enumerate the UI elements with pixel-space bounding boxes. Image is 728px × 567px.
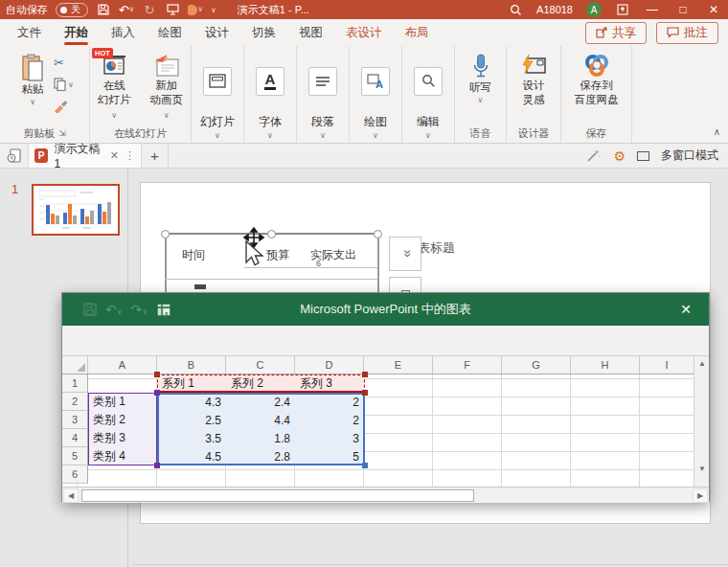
edit-in-excel-icon[interactable]: x bbox=[156, 303, 171, 317]
editing-dropdown[interactable]: 编辑 bbox=[417, 114, 440, 130]
new-animation-page-button[interactable]: 新加 动画页 ∨ bbox=[143, 52, 192, 124]
tab-insert[interactable]: 插入 bbox=[100, 19, 147, 46]
row-headers[interactable]: 1 2 3 4 5 6 bbox=[62, 374, 88, 484]
column-header[interactable]: I bbox=[640, 356, 694, 374]
scroll-right-icon[interactable]: ▶ bbox=[693, 488, 708, 503]
cell-D4[interactable]: 3 bbox=[295, 429, 364, 447]
cell-B1[interactable]: 系列 1 bbox=[157, 374, 226, 393]
cell-C4[interactable]: 1.8 bbox=[226, 429, 295, 447]
slide-thumbnail[interactable] bbox=[32, 184, 120, 236]
drawing-dropdown[interactable]: 绘图 bbox=[364, 114, 387, 130]
cell-C1[interactable]: 系列 2 bbox=[226, 374, 295, 393]
online-slides-button[interactable]: HOT 在线 幻灯片 ∨ bbox=[90, 52, 139, 124]
cell-B3[interactable]: 2.5 bbox=[157, 411, 226, 429]
tab-design[interactable]: 设计 bbox=[193, 19, 240, 46]
row-header[interactable]: 4 bbox=[62, 429, 88, 447]
copy-button[interactable]: ∨ bbox=[54, 76, 74, 93]
tab-draw[interactable]: 绘图 bbox=[147, 19, 193, 46]
cell-C5[interactable]: 2.8 bbox=[226, 447, 295, 465]
resize-handle[interactable] bbox=[374, 230, 382, 238]
select-all-corner[interactable] bbox=[62, 356, 88, 374]
column-header[interactable]: A bbox=[88, 356, 157, 374]
row-header[interactable]: 3 bbox=[62, 411, 88, 429]
avatar[interactable]: A bbox=[586, 2, 602, 17]
cell-D2[interactable]: 2 bbox=[295, 393, 364, 411]
column-header[interactable]: H bbox=[571, 356, 640, 374]
table-header-time[interactable]: 时间 bbox=[182, 247, 205, 263]
maximize-button[interactable]: □ bbox=[674, 3, 692, 16]
dialog-launcher-icon[interactable]: ⇲ bbox=[58, 128, 66, 138]
comments-button[interactable]: 批注 bbox=[656, 22, 718, 44]
scroll-down-icon[interactable]: ▼ bbox=[694, 462, 709, 476]
close-tab-icon[interactable]: ✕ bbox=[110, 149, 119, 162]
range-handle[interactable] bbox=[154, 390, 160, 396]
autosave-toggle[interactable]: 关 bbox=[56, 3, 88, 17]
tab-more-icon[interactable]: ⋮ bbox=[125, 149, 135, 162]
collapse-ribbon-icon[interactable]: ∧ bbox=[714, 126, 720, 137]
paste-button[interactable]: 粘贴 ∨ bbox=[15, 52, 50, 108]
ribbon-display-icon[interactable] bbox=[615, 2, 630, 17]
range-handle[interactable] bbox=[362, 463, 368, 468]
column-header[interactable]: D bbox=[295, 356, 364, 374]
cell-D1[interactable]: 系列 3 bbox=[295, 374, 364, 393]
search-icon[interactable] bbox=[508, 2, 523, 17]
gear-icon[interactable]: ⚙ bbox=[613, 148, 626, 164]
excel-titlebar[interactable]: ↶∨ ↷∨ x Microsoft PowerPoint 中的图表 ✕ bbox=[62, 293, 709, 326]
tab-home[interactable]: 开始 bbox=[53, 19, 100, 46]
resize-handle[interactable] bbox=[161, 230, 170, 238]
slideshow-icon[interactable] bbox=[165, 2, 180, 17]
scroll-up-icon[interactable]: ▲ bbox=[694, 356, 709, 371]
cut-button[interactable]: ✂ bbox=[54, 54, 74, 71]
column-header[interactable]: G bbox=[502, 356, 571, 374]
column-header[interactable]: C bbox=[226, 356, 295, 374]
design-ideas-button[interactable]: 设计 灵感 bbox=[515, 52, 552, 109]
cell-A3[interactable]: 类别 2 bbox=[88, 411, 157, 429]
minimize-button[interactable]: — bbox=[644, 3, 661, 16]
column-header[interactable]: E bbox=[364, 356, 433, 374]
cell-C2[interactable]: 2.4 bbox=[226, 393, 295, 411]
cell-B4[interactable]: 3.5 bbox=[157, 429, 226, 447]
range-handle[interactable] bbox=[362, 390, 368, 396]
ink-pen-icon[interactable]: ∨ bbox=[188, 2, 203, 17]
excel-chart-window[interactable]: ↶∨ ↷∨ x Microsoft PowerPoint 中的图表 ✕ A B … bbox=[61, 292, 710, 502]
new-tab-button[interactable]: + bbox=[142, 144, 169, 168]
dictate-button[interactable]: 听写 ∨ bbox=[465, 52, 496, 106]
cell-A4[interactable]: 类别 3 bbox=[88, 429, 157, 447]
horizontal-scrollbar[interactable]: ◀ ▶ bbox=[62, 487, 709, 503]
tab-file[interactable]: 文件 bbox=[6, 19, 53, 46]
close-button[interactable]: ✕ bbox=[705, 3, 722, 16]
vertical-scrollbar[interactable]: ▲ ▼ bbox=[694, 356, 709, 487]
scrollbar-thumb[interactable] bbox=[81, 489, 474, 502]
font-dropdown[interactable]: 字体 bbox=[259, 114, 282, 130]
share-button[interactable]: 共享 bbox=[585, 22, 647, 44]
excel-sheet[interactable]: A B C D E F G H I 1 2 3 4 5 6 系列 1 系列 2 … bbox=[62, 355, 709, 487]
row-header[interactable]: 5 bbox=[62, 447, 88, 465]
slides-dropdown[interactable]: 幻灯片 bbox=[200, 114, 235, 130]
cell-B2[interactable]: 4.3 bbox=[157, 393, 226, 411]
cell-D3[interactable]: 2 bbox=[295, 411, 364, 429]
tab-view[interactable]: 视图 bbox=[287, 19, 334, 46]
scroll-left-icon[interactable]: ◀ bbox=[63, 488, 79, 503]
range-handle[interactable] bbox=[362, 372, 368, 377]
tab-transitions[interactable]: 切换 bbox=[240, 19, 287, 46]
qat-customize-icon[interactable]: ∨ bbox=[211, 6, 216, 14]
undo-icon[interactable]: ↶∨ bbox=[119, 2, 134, 17]
magic-wand-icon[interactable] bbox=[586, 148, 602, 163]
column-header[interactable]: F bbox=[433, 356, 502, 374]
range-handle[interactable] bbox=[154, 372, 160, 377]
format-painter-button[interactable] bbox=[54, 98, 74, 115]
history-button[interactable] bbox=[0, 144, 29, 168]
collapse-panel-button[interactable]: « bbox=[389, 237, 421, 271]
user-id[interactable]: A18018 bbox=[536, 4, 573, 15]
cell-D5[interactable]: 5 bbox=[295, 447, 364, 465]
tab-layout[interactable]: 布局 bbox=[394, 19, 441, 46]
excel-close-button[interactable]: ✕ bbox=[672, 302, 699, 317]
range-handle[interactable] bbox=[154, 463, 160, 468]
multiwindow-mode-button[interactable]: 多窗口模式 bbox=[661, 147, 718, 164]
save-to-baidu-button[interactable]: 保存到 百度网盘 bbox=[570, 52, 624, 109]
save-icon[interactable] bbox=[96, 2, 111, 17]
column-header[interactable]: B bbox=[157, 356, 226, 374]
row-header[interactable]: 6 bbox=[62, 465, 88, 484]
row-header[interactable]: 1 bbox=[62, 374, 88, 393]
cell-C3[interactable]: 4.4 bbox=[226, 411, 295, 429]
